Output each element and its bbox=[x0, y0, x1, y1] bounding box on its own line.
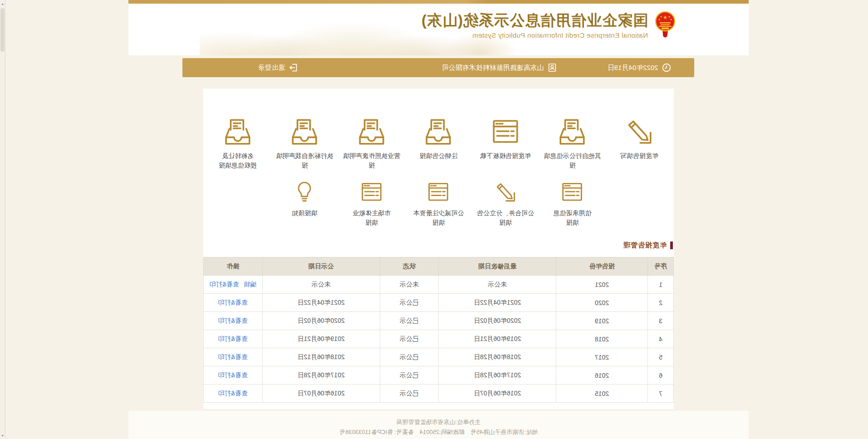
action-other-self-publicity-filing[interactable]: 其他自行公示信息填报 bbox=[542, 113, 603, 170]
action-standard-self-declaration-filing[interactable]: 执行标准自我声明填报 bbox=[274, 113, 336, 170]
current-date-block: 2022年04月19日 bbox=[608, 58, 672, 77]
cell-modified: 2019年06月21日 bbox=[439, 330, 556, 348]
view-print-link[interactable]: 查看&打印 bbox=[210, 281, 239, 288]
id-badge-icon bbox=[548, 63, 558, 73]
cell-published: 2017年06月28日 bbox=[262, 366, 380, 385]
window-icon bbox=[542, 178, 603, 204]
table-row: 220202021年04月22日已公示2021年04月22日查看&打印 bbox=[204, 294, 674, 312]
action-label: 信用承诺信息 填报 bbox=[542, 208, 603, 227]
action-capital-reduction-filing[interactable]: 公司减少注册资本 填报 bbox=[408, 178, 470, 227]
action-label: 年度报告填写 bbox=[608, 151, 670, 161]
cell-year: 2019 bbox=[556, 312, 648, 330]
svg-text:★: ★ bbox=[658, 18, 660, 21]
action-label: 名称转让及 授权信息填报 bbox=[207, 151, 269, 170]
action-filing-instructions[interactable]: 填报须知 bbox=[274, 178, 336, 227]
table-row: 520172018年06月28日已公示2018年06月12日查看&打印 bbox=[204, 348, 674, 366]
cell-modified: 2020年06月02日 bbox=[439, 312, 556, 330]
section-title-text: 年度报告管理 bbox=[623, 241, 667, 250]
column-header-modified: 最后修改日期 bbox=[439, 257, 556, 276]
company-block: 山东高速路用新材料技术有限公司 bbox=[442, 58, 558, 77]
action-label: 营业执照作废声明填报 bbox=[341, 151, 402, 170]
column-header-published: 公示日期 bbox=[262, 257, 380, 276]
quick-actions-row-2: 信用承诺信息 填报公司合并、分立公告 填报公司减少注册资本 填报市场主体歇业 填… bbox=[203, 178, 674, 227]
content-column: ★ ★ ★ ★ ★ 国家企业信用信息公示系统(山东) bbox=[128, 0, 749, 439]
action-annual-report-template-download[interactable]: 年度报告模板下载 bbox=[475, 113, 536, 170]
view-print-link[interactable]: 查看&打印 bbox=[218, 371, 248, 379]
cell-published: 2020年06月02日 bbox=[262, 312, 380, 330]
scroll-up-button[interactable]: ▲ bbox=[0, 0, 5, 7]
cell-status: 已公示 bbox=[380, 294, 439, 312]
cell-actions: 查看&打印 bbox=[204, 294, 263, 312]
cell-modified: 2016年06月07日 bbox=[439, 385, 556, 403]
action-cancellation-notice-filing[interactable]: 注销公告填报 bbox=[408, 113, 470, 170]
table-row: 620162017年06月28日已公示2017年06月28日查看&打印 bbox=[204, 366, 674, 385]
inbox-icon bbox=[207, 113, 269, 147]
current-date: 2022年04月19日 bbox=[608, 64, 658, 72]
inbox-icon bbox=[542, 113, 603, 147]
action-business-suspension-filing[interactable]: 市场主体歇业 填报 bbox=[341, 178, 402, 227]
action-annual-report-write[interactable]: 年度报告填写 bbox=[608, 113, 670, 170]
cell-published: 2021年04月22日 bbox=[262, 294, 380, 312]
cell-no: 1 bbox=[648, 276, 674, 294]
cell-no: 5 bbox=[648, 348, 674, 366]
svg-text:★: ★ bbox=[670, 18, 672, 21]
cell-actions: 查看&打印 bbox=[204, 385, 263, 403]
company-name: 山东高速路用新材料技术有限公司 bbox=[442, 64, 544, 72]
cell-modified: 2018年06月28日 bbox=[439, 348, 556, 366]
cell-published: 2018年06月12日 bbox=[262, 348, 380, 366]
cell-actions: 编辑查看&打印 bbox=[204, 276, 263, 294]
cell-modified: 未公示 bbox=[439, 276, 556, 294]
browser-viewport: ★ ★ ★ ★ ★ 国家企业信用信息公示系统(山东) bbox=[0, 0, 868, 439]
logout-label: 退出登录 bbox=[258, 64, 285, 72]
cell-year: 2018 bbox=[556, 330, 648, 348]
footer-address-icp: 地址:济南市燕子山路45号 邮政编码:250014 备案号: 鲁ICP备1103… bbox=[128, 427, 749, 437]
scroll-thumb[interactable] bbox=[0, 8, 5, 52]
pencil-icon bbox=[608, 113, 670, 147]
action-merger-division-notice-filing[interactable]: 公司合并、分立公告 填报 bbox=[475, 178, 536, 227]
cell-status: 已公示 bbox=[380, 385, 439, 403]
brand-block: ★ ★ ★ ★ ★ 国家企业信用信息公示系统(山东) bbox=[421, 11, 676, 40]
clock-icon bbox=[662, 63, 672, 73]
cell-actions: 查看&打印 bbox=[204, 312, 263, 330]
view-print-link[interactable]: 查看&打印 bbox=[218, 317, 248, 324]
cell-year: 2015 bbox=[556, 385, 648, 403]
cell-year: 2021 bbox=[556, 276, 648, 294]
column-header-year: 报告年份 bbox=[556, 257, 648, 276]
cell-status: 未公示 bbox=[380, 276, 439, 294]
footer-organizer: 主办单位:山东省市场监督管理局 bbox=[128, 417, 749, 427]
view-print-link[interactable]: 查看&打印 bbox=[218, 353, 248, 360]
table-row: 12021未公示未公示未公示编辑查看&打印 bbox=[204, 276, 674, 294]
cell-modified: 2017年06月28日 bbox=[439, 366, 556, 385]
site-subtitle: National Enterprise Credit Information P… bbox=[421, 31, 648, 39]
cell-published: 2019年06月21日 bbox=[262, 330, 380, 348]
action-name-transfer-authorization-filing[interactable]: 名称转让及 授权信息填报 bbox=[207, 113, 269, 170]
action-label: 其他自行公示信息填报 bbox=[542, 151, 603, 170]
logout-button[interactable]: 退出登录 bbox=[258, 58, 299, 77]
edit-link[interactable]: 编辑 bbox=[244, 281, 256, 288]
window-icon bbox=[341, 178, 402, 204]
exit-icon bbox=[289, 63, 299, 73]
view-print-link[interactable]: 查看&打印 bbox=[218, 390, 248, 397]
cell-status: 已公示 bbox=[380, 366, 439, 385]
cell-actions: 查看&打印 bbox=[204, 330, 263, 348]
site-header: ★ ★ ★ ★ ★ 国家企业信用信息公示系统(山东) bbox=[128, 4, 749, 55]
vertical-scrollbar[interactable]: ▲ ▼ bbox=[0, 0, 5, 439]
pencil-icon bbox=[475, 178, 536, 204]
action-license-invalidation-declaration[interactable]: 营业执照作废声明填报 bbox=[341, 113, 402, 170]
view-print-link[interactable]: 查看&打印 bbox=[218, 335, 248, 342]
annual-report-table-body: 12021未公示未公示未公示编辑查看&打印220202021年04月22日已公示… bbox=[204, 276, 674, 403]
action-label: 公司合并、分立公告 填报 bbox=[475, 208, 536, 227]
action-label: 注销公告填报 bbox=[408, 151, 470, 161]
view-print-link[interactable]: 查看&打印 bbox=[218, 299, 248, 306]
quick-actions-row-1: 年度报告填写其他自行公示信息填报年度报告模板下载注销公告填报营业执照作废声明填报… bbox=[203, 113, 674, 170]
window-icon bbox=[408, 178, 470, 204]
table-row: 720152016年06月07日已公示2016年06月07日查看&打印 bbox=[204, 385, 674, 403]
window-icon bbox=[475, 113, 536, 147]
action-credit-commitment-filing[interactable]: 信用承诺信息 填报 bbox=[542, 178, 603, 227]
mirrored-screen: ★ ★ ★ ★ ★ 国家企业信用信息公示系统(山东) bbox=[0, 0, 868, 439]
scroll-down-button[interactable]: ▼ bbox=[0, 432, 5, 439]
user-toolbar: 2022年04月19日 山东高速路用新材料技术有限公司 退出登录 bbox=[183, 58, 695, 77]
svg-text:★: ★ bbox=[663, 15, 667, 20]
column-header-no: 序号 bbox=[648, 257, 674, 276]
site-footer: 主办单位:山东省市场监督管理局 地址:济南市燕子山路45号 邮政编码:25001… bbox=[128, 411, 749, 439]
